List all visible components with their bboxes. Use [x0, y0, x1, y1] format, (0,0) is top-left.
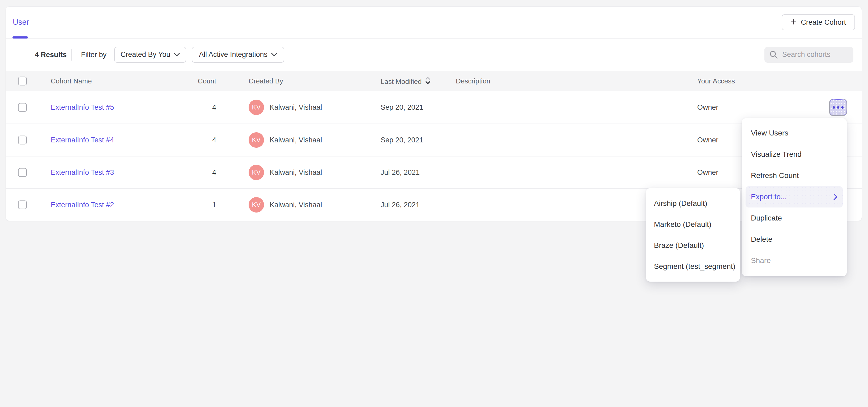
last-modified-date: Sep 20, 2021: [381, 103, 423, 112]
tab-user[interactable]: User: [13, 18, 29, 27]
access-value: Owner: [697, 136, 718, 144]
header-description: Description: [456, 77, 490, 85]
avatar: KV: [249, 197, 264, 213]
created-by-filter-value: Created By You: [121, 51, 170, 59]
menu-item-export-to[interactable]: Export to...: [746, 186, 843, 208]
access-value: Owner: [697, 168, 718, 177]
avatar: KV: [249, 100, 264, 115]
access-value: Owner: [697, 103, 718, 112]
cohort-name-link[interactable]: ExternalInfo Test #3: [51, 168, 114, 177]
row-actions-button[interactable]: [829, 99, 847, 116]
chevron-down-icon: [174, 53, 180, 56]
filter-by-label: Filter by: [81, 51, 106, 59]
search-cohorts-box: [765, 47, 854, 63]
export-submenu: Airship (Default) Marketo (Default) Braz…: [646, 188, 740, 282]
ellipsis-icon: [833, 106, 843, 109]
header-cohort-name: Cohort Name: [51, 77, 92, 85]
submenu-item-marketo[interactable]: Marketo (Default): [646, 214, 740, 235]
last-modified-date: Jul 26, 2021: [381, 201, 420, 209]
submenu-item-airship[interactable]: Airship (Default): [646, 193, 740, 214]
integrations-filter-dropdown[interactable]: All Active Integrations: [192, 47, 284, 63]
cohort-count: 1: [155, 201, 216, 209]
created-by-name: Kalwani, Vishaal: [270, 103, 322, 112]
avatar: KV: [249, 132, 264, 148]
created-by-name: Kalwani, Vishaal: [270, 136, 322, 144]
table-header: Cohort Name Count Created By Last Modifi…: [6, 71, 862, 91]
menu-item-share: Share: [742, 250, 847, 271]
tab-bar: User + Create Cohort: [6, 7, 862, 38]
cohort-count: 4: [155, 103, 216, 112]
row-checkbox[interactable]: [18, 103, 27, 112]
select-all-checkbox[interactable]: [18, 76, 27, 85]
create-cohort-label: Create Cohort: [801, 18, 846, 27]
created-by-name: Kalwani, Vishaal: [270, 201, 322, 209]
results-count: 4 Results: [35, 51, 67, 59]
chevron-right-icon: [834, 193, 837, 200]
header-your-access: Your Access: [697, 77, 735, 85]
last-modified-date: Sep 20, 2021: [381, 136, 423, 144]
search-input[interactable]: [782, 50, 848, 59]
integrations-filter-value: All Active Integrations: [199, 51, 268, 59]
menu-item-view-users[interactable]: View Users: [742, 123, 847, 144]
cohort-name-link[interactable]: ExternalInfo Test #5: [51, 103, 114, 112]
filter-bar: 4 Results Filter by Created By You All A…: [6, 38, 862, 71]
active-tab-underline: [12, 36, 28, 38]
row-checkbox[interactable]: [18, 168, 27, 177]
cohort-name-link[interactable]: ExternalInfo Test #4: [51, 136, 114, 144]
menu-item-visualize-trend[interactable]: Visualize Trend: [742, 144, 847, 165]
created-by-name: Kalwani, Vishaal: [270, 168, 322, 177]
menu-item-duplicate[interactable]: Duplicate: [742, 208, 847, 229]
row-checkbox[interactable]: [18, 200, 27, 209]
row-checkbox[interactable]: [18, 136, 27, 145]
menu-item-refresh-count[interactable]: Refresh Count: [742, 165, 847, 186]
header-created-by: Created By: [249, 77, 283, 85]
menu-item-delete[interactable]: Delete: [742, 229, 847, 250]
avatar: KV: [249, 165, 264, 180]
table-row: ExternalInfo Test #4 4 KV Kalwani, Visha…: [6, 124, 862, 156]
divider: [71, 49, 72, 61]
create-cohort-button[interactable]: + Create Cohort: [782, 14, 855, 30]
submenu-item-braze[interactable]: Braze (Default): [646, 235, 740, 256]
plus-icon: +: [791, 17, 797, 27]
cohort-count: 4: [155, 168, 216, 177]
created-by-filter-dropdown[interactable]: Created By You: [114, 47, 186, 63]
context-menu: View Users Visualize Trend Refresh Count…: [742, 118, 847, 276]
header-count: Count: [155, 77, 216, 85]
cohort-count: 4: [155, 136, 216, 144]
cohort-name-link[interactable]: ExternalInfo Test #2: [51, 201, 114, 209]
table-row: ExternalInfo Test #5 4 KV Kalwani, Visha…: [6, 91, 862, 124]
last-modified-date: Jul 26, 2021: [381, 168, 420, 177]
search-icon: [769, 50, 778, 59]
header-last-modified[interactable]: Last Modified: [381, 76, 431, 86]
chevron-down-icon: [271, 53, 277, 56]
submenu-item-segment[interactable]: Segment (test_segment): [646, 256, 740, 277]
sort-icon[interactable]: [425, 76, 431, 85]
table-row: ExternalInfo Test #3 4 KV Kalwani, Visha…: [6, 156, 862, 188]
